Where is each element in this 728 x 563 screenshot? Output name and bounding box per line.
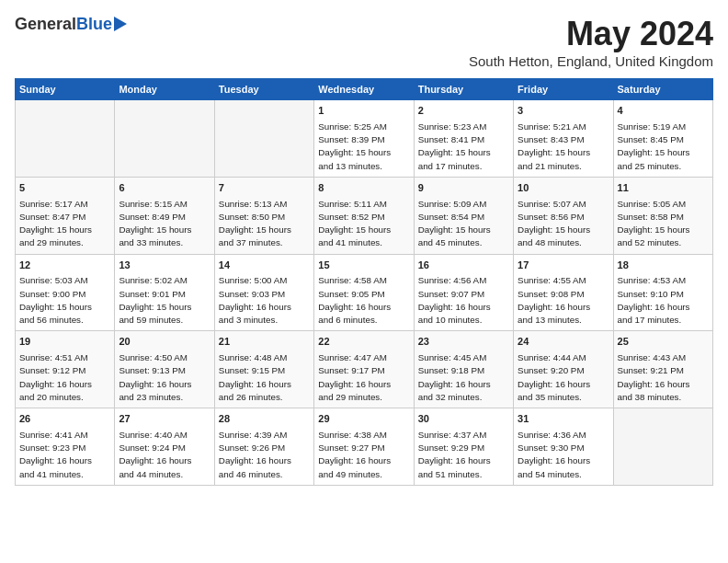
day-detail: Sunrise: 5:05 AMSunset: 8:58 PMDaylight:…: [618, 198, 709, 250]
calendar-week-1: 1Sunrise: 5:25 AMSunset: 8:39 PMDaylight…: [16, 100, 713, 178]
calendar-cell: 15Sunrise: 4:58 AMSunset: 9:05 PMDayligh…: [314, 254, 414, 331]
header-monday: Monday: [115, 79, 214, 100]
day-detail: Sunrise: 5:21 AMSunset: 8:43 PMDaylight:…: [518, 121, 609, 173]
calendar-cell: [115, 100, 214, 178]
day-number: 27: [119, 412, 210, 427]
header-wednesday: Wednesday: [314, 79, 414, 100]
calendar-cell: [214, 100, 313, 178]
header-friday: Friday: [514, 79, 613, 100]
calendar-cell: 3Sunrise: 5:21 AMSunset: 8:43 PMDaylight…: [514, 100, 613, 178]
location: South Hetton, England, United Kingdom: [469, 53, 713, 69]
day-detail: Sunrise: 5:09 AMSunset: 8:54 PMDaylight:…: [418, 198, 509, 250]
calendar-week-4: 19Sunrise: 4:51 AMSunset: 9:12 PMDayligh…: [16, 331, 713, 408]
logo: General Blue: [15, 15, 127, 34]
day-number: 26: [19, 412, 110, 427]
day-number: 9: [418, 181, 509, 196]
calendar-cell: 31Sunrise: 4:36 AMSunset: 9:30 PMDayligh…: [514, 408, 613, 486]
day-detail: Sunrise: 4:53 AMSunset: 9:10 PMDaylight:…: [618, 274, 709, 327]
day-number: 14: [219, 259, 310, 273]
day-number: 11: [618, 181, 709, 196]
day-detail: Sunrise: 4:45 AMSunset: 9:18 PMDaylight:…: [418, 351, 509, 404]
day-number: 23: [418, 335, 509, 350]
day-number: 8: [318, 181, 409, 196]
day-detail: Sunrise: 4:56 AMSunset: 9:07 PMDaylight:…: [418, 274, 509, 327]
day-detail: Sunrise: 5:15 AMSunset: 8:49 PMDaylight:…: [119, 198, 210, 250]
calendar-cell: [613, 408, 712, 486]
calendar-header-row: SundayMondayTuesdayWednesdayThursdayFrid…: [16, 79, 713, 100]
calendar-week-3: 12Sunrise: 5:03 AMSunset: 9:00 PMDayligh…: [16, 254, 713, 331]
day-number: 20: [119, 335, 210, 350]
calendar-cell: 27Sunrise: 4:40 AMSunset: 9:24 PMDayligh…: [115, 408, 214, 486]
day-detail: Sunrise: 4:36 AMSunset: 9:30 PMDaylight:…: [518, 429, 609, 481]
calendar-cell: 8Sunrise: 5:11 AMSunset: 8:52 PMDaylight…: [314, 177, 414, 254]
day-detail: Sunrise: 4:37 AMSunset: 9:29 PMDaylight:…: [418, 429, 509, 481]
day-detail: Sunrise: 4:50 AMSunset: 9:13 PMDaylight:…: [119, 351, 210, 404]
day-detail: Sunrise: 5:23 AMSunset: 8:41 PMDaylight:…: [418, 121, 509, 173]
calendar-cell: 21Sunrise: 4:48 AMSunset: 9:15 PMDayligh…: [214, 331, 313, 408]
calendar-cell: 28Sunrise: 4:39 AMSunset: 9:26 PMDayligh…: [214, 408, 313, 486]
day-detail: Sunrise: 5:03 AMSunset: 9:00 PMDaylight:…: [19, 274, 110, 327]
calendar-cell: 12Sunrise: 5:03 AMSunset: 9:00 PMDayligh…: [16, 254, 115, 331]
logo-general: General: [15, 15, 76, 34]
calendar-cell: 2Sunrise: 5:23 AMSunset: 8:41 PMDaylight…: [414, 100, 513, 178]
day-detail: Sunrise: 4:58 AMSunset: 9:05 PMDaylight:…: [318, 274, 409, 327]
calendar-cell: 24Sunrise: 4:44 AMSunset: 9:20 PMDayligh…: [514, 331, 613, 408]
title-block: May 2024 South Hetton, England, United K…: [469, 15, 713, 69]
calendar-cell: 17Sunrise: 4:55 AMSunset: 9:08 PMDayligh…: [514, 254, 613, 331]
day-detail: Sunrise: 5:19 AMSunset: 8:45 PMDaylight:…: [618, 121, 709, 173]
calendar-cell: 11Sunrise: 5:05 AMSunset: 8:58 PMDayligh…: [613, 177, 712, 254]
day-number: 2: [418, 104, 509, 119]
day-detail: Sunrise: 4:55 AMSunset: 9:08 PMDaylight:…: [518, 274, 609, 327]
logo-arrow-icon: [114, 17, 127, 31]
calendar-table: SundayMondayTuesdayWednesdayThursdayFrid…: [15, 78, 713, 486]
calendar-cell: 13Sunrise: 5:02 AMSunset: 9:01 PMDayligh…: [115, 254, 214, 331]
calendar-cell: 10Sunrise: 5:07 AMSunset: 8:56 PMDayligh…: [514, 177, 613, 254]
day-detail: Sunrise: 5:00 AMSunset: 9:03 PMDaylight:…: [219, 274, 310, 327]
header-tuesday: Tuesday: [214, 79, 313, 100]
header-saturday: Saturday: [613, 79, 712, 100]
calendar-week-2: 5Sunrise: 5:17 AMSunset: 8:47 PMDaylight…: [16, 177, 713, 254]
day-number: 19: [19, 335, 110, 350]
header-sunday: Sunday: [16, 79, 115, 100]
day-number: 16: [418, 259, 509, 273]
day-detail: Sunrise: 5:07 AMSunset: 8:56 PMDaylight:…: [518, 198, 609, 250]
calendar-cell: 9Sunrise: 5:09 AMSunset: 8:54 PMDaylight…: [414, 177, 513, 254]
calendar-cell: 4Sunrise: 5:19 AMSunset: 8:45 PMDaylight…: [613, 100, 712, 178]
day-detail: Sunrise: 4:48 AMSunset: 9:15 PMDaylight:…: [219, 351, 310, 404]
header-thursday: Thursday: [414, 79, 513, 100]
day-number: 4: [618, 104, 709, 119]
day-number: 12: [19, 259, 110, 273]
day-number: 17: [518, 259, 609, 273]
calendar-cell: 18Sunrise: 4:53 AMSunset: 9:10 PMDayligh…: [613, 254, 712, 331]
calendar-cell: 5Sunrise: 5:17 AMSunset: 8:47 PMDaylight…: [16, 177, 115, 254]
calendar-cell: 19Sunrise: 4:51 AMSunset: 9:12 PMDayligh…: [16, 331, 115, 408]
day-detail: Sunrise: 4:39 AMSunset: 9:26 PMDaylight:…: [219, 429, 310, 481]
day-number: 10: [518, 181, 609, 196]
day-number: 22: [318, 335, 409, 350]
day-detail: Sunrise: 5:17 AMSunset: 8:47 PMDaylight:…: [19, 198, 110, 250]
calendar-cell: 1Sunrise: 5:25 AMSunset: 8:39 PMDaylight…: [314, 100, 414, 178]
day-detail: Sunrise: 5:13 AMSunset: 8:50 PMDaylight:…: [219, 198, 310, 250]
calendar-cell: 22Sunrise: 4:47 AMSunset: 9:17 PMDayligh…: [314, 331, 414, 408]
calendar-cell: 23Sunrise: 4:45 AMSunset: 9:18 PMDayligh…: [414, 331, 513, 408]
day-detail: Sunrise: 5:02 AMSunset: 9:01 PMDaylight:…: [119, 274, 210, 327]
calendar-cell: 29Sunrise: 4:38 AMSunset: 9:27 PMDayligh…: [314, 408, 414, 486]
day-number: 25: [618, 335, 709, 350]
month-title: May 2024: [469, 15, 713, 53]
day-detail: Sunrise: 4:38 AMSunset: 9:27 PMDaylight:…: [318, 429, 409, 481]
calendar-cell: 20Sunrise: 4:50 AMSunset: 9:13 PMDayligh…: [115, 331, 214, 408]
calendar-cell: 6Sunrise: 5:15 AMSunset: 8:49 PMDaylight…: [115, 177, 214, 254]
day-number: 29: [318, 412, 409, 427]
calendar-cell: 25Sunrise: 4:43 AMSunset: 9:21 PMDayligh…: [613, 331, 712, 408]
day-detail: Sunrise: 4:41 AMSunset: 9:23 PMDaylight:…: [19, 429, 110, 481]
day-number: 21: [219, 335, 310, 350]
day-number: 5: [19, 181, 110, 196]
calendar-cell: 16Sunrise: 4:56 AMSunset: 9:07 PMDayligh…: [414, 254, 513, 331]
day-number: 1: [318, 104, 409, 119]
day-number: 7: [219, 181, 310, 196]
day-number: 31: [518, 412, 609, 427]
calendar-cell: [16, 100, 115, 178]
day-number: 28: [219, 412, 310, 427]
day-number: 24: [518, 335, 609, 350]
day-detail: Sunrise: 5:25 AMSunset: 8:39 PMDaylight:…: [318, 121, 409, 173]
